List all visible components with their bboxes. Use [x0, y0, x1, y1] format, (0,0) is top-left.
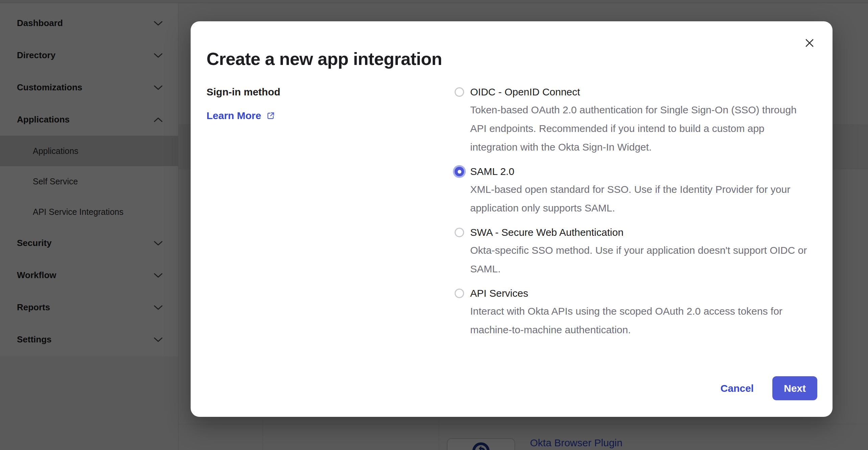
option-text: SWA - Secure Web Authentication Okta-spe…	[470, 227, 813, 278]
option-description: Okta-specific SSO method. Use if your ap…	[470, 241, 813, 278]
modal-footer: Cancel Next	[721, 376, 817, 400]
option-text: OIDC - OpenID Connect Token-based OAuth …	[470, 86, 813, 156]
option-oidc[interactable]: OIDC - OpenID Connect Token-based OAuth …	[455, 86, 816, 156]
option-api-services[interactable]: API Services Interact with Okta APIs usi…	[455, 288, 816, 339]
radio-oidc[interactable]	[455, 87, 464, 97]
close-icon	[803, 37, 816, 49]
radio-swa[interactable]	[455, 228, 464, 237]
option-label: OIDC - OpenID Connect	[470, 86, 813, 98]
learn-more-label: Learn More	[207, 110, 261, 121]
option-description: Interact with Okta APIs using the scoped…	[470, 302, 813, 339]
option-text: API Services Interact with Okta APIs usi…	[470, 288, 813, 339]
sign-in-method-options: OIDC - OpenID Connect Token-based OAuth …	[455, 86, 816, 348]
next-button[interactable]: Next	[772, 376, 817, 400]
option-description: Token-based OAuth 2.0 authentication for…	[470, 100, 813, 156]
close-button[interactable]	[801, 35, 818, 51]
learn-more-link[interactable]: Learn More	[207, 110, 275, 121]
option-text: SAML 2.0 XML-based open standard for SSO…	[470, 166, 813, 217]
option-swa[interactable]: SWA - Secure Web Authentication Okta-spe…	[455, 227, 816, 278]
modal-left-column: Sign-in method Learn More	[207, 86, 455, 348]
sign-in-method-label: Sign-in method	[207, 86, 455, 98]
option-label: API Services	[470, 288, 813, 299]
option-label: SWA - Secure Web Authentication	[470, 227, 813, 238]
option-label: SAML 2.0	[470, 166, 813, 177]
radio-saml-selected[interactable]	[455, 167, 464, 176]
option-description: XML-based open standard for SSO. Use if …	[470, 180, 813, 217]
radio-api-services[interactable]	[455, 289, 464, 298]
modal-body: Sign-in method Learn More OIDC - OpenID …	[207, 86, 816, 348]
cancel-button[interactable]: Cancel	[721, 383, 754, 394]
external-link-icon	[266, 111, 275, 120]
create-app-integration-modal: Create a new app integration Sign-in met…	[191, 21, 833, 417]
option-saml[interactable]: SAML 2.0 XML-based open standard for SSO…	[455, 166, 816, 217]
okta-admin-screen: Dashboard Directory Customizations Appli…	[0, 0, 868, 450]
modal-title: Create a new app integration	[207, 49, 442, 69]
